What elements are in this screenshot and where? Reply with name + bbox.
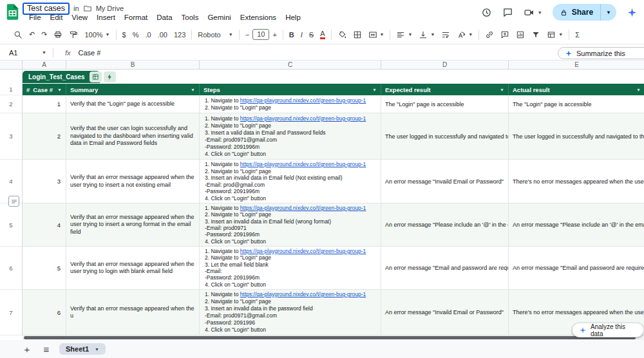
cell-actual-result[interactable]: An error message "Please include an '@' … <box>509 203 644 247</box>
all-sheets-button[interactable]: ≡ <box>40 344 53 355</box>
formula-input[interactable]: Case # <box>79 49 101 57</box>
cell-summary[interactable]: Verify that the user can login successfu… <box>66 113 200 160</box>
insert-chart-icon[interactable] <box>516 30 525 39</box>
sheet-tab-active[interactable]: Sheet1▼ <box>59 343 106 355</box>
insert-comment-icon[interactable] <box>500 30 509 39</box>
row-header-6[interactable]: 6 <box>0 247 22 290</box>
share-button[interactable]: Share ▼ <box>553 4 616 21</box>
step-link[interactable]: https://qa-playground.nixdev.co/t/green-… <box>240 115 366 122</box>
cell-case-number[interactable]: 2 <box>23 113 66 160</box>
fill-color-icon[interactable] <box>337 30 346 39</box>
step-link[interactable]: https://qa-playground.nixdev.co/t/green-… <box>240 161 366 167</box>
redo-button[interactable]: ↷ <box>38 29 50 40</box>
font-select[interactable]: Roboto▼ <box>194 30 236 40</box>
select-all-corner[interactable] <box>0 61 23 69</box>
create-filter-icon[interactable] <box>531 30 540 39</box>
italic-button[interactable]: I <box>298 30 306 40</box>
bold-button[interactable]: B <box>286 30 298 40</box>
menu-data[interactable]: Data <box>152 13 176 22</box>
column-header-B[interactable]: B <box>66 61 200 69</box>
analyze-data-button[interactable]: Analyze this data <box>572 323 644 337</box>
row-header-5[interactable]: 5 <box>0 203 22 247</box>
cell-steps[interactable]: 1. Navigate to https://qa-playground.nix… <box>200 113 381 160</box>
menu-view[interactable]: View <box>67 13 92 22</box>
add-sheet-button[interactable]: + <box>21 344 33 355</box>
undo-button[interactable]: ↶ <box>26 29 38 40</box>
row-header-3[interactable]: 3 <box>0 113 22 160</box>
cell-steps[interactable]: 1. Navigate to https://qa-playground.nix… <box>200 247 381 290</box>
menu-help[interactable]: Help <box>281 13 305 22</box>
meet-button[interactable]: ▼ <box>524 7 542 18</box>
functions-button[interactable]: Σ <box>572 30 583 40</box>
menu-extensions[interactable]: Extensions <box>236 13 281 22</box>
summarize-button[interactable]: Summarize this <box>558 47 644 59</box>
cell-case-number[interactable]: 4 <box>23 203 66 247</box>
name-box[interactable]: A1▼ <box>0 49 46 57</box>
decrease-font-size-button[interactable]: − <box>242 30 252 40</box>
table-header-case-[interactable]: #Case #▼ <box>23 84 66 95</box>
cell-expected-result[interactable]: The "Login" page is accessible <box>381 95 509 113</box>
decrease-decimal-button[interactable]: .0 <box>142 30 154 40</box>
share-dropdown[interactable]: ▼ <box>600 4 616 21</box>
cell-case-number[interactable]: 3 <box>23 160 66 203</box>
cell-case-number[interactable]: 1 <box>23 95 66 113</box>
table-views-button[interactable]: ▼ <box>544 29 566 41</box>
column-filter-chevron-icon[interactable]: ▼ <box>372 88 377 92</box>
merge-cells-icon[interactable] <box>368 30 377 39</box>
cell-summary[interactable]: Verify that an error message appeared wh… <box>66 160 200 203</box>
table-grid-button[interactable] <box>90 71 102 82</box>
step-link[interactable]: https://qa-playground.nixdev.co/t/green-… <box>240 205 366 211</box>
more-formats-button[interactable]: 123 <box>171 30 189 40</box>
cell-expected-result[interactable]: An error message "Please include an '@' … <box>381 203 509 247</box>
cell-summary[interactable]: Verify that the "Login" page is accessib… <box>66 95 200 113</box>
gemini-icon[interactable] <box>627 7 638 18</box>
column-header-D[interactable]: D <box>381 61 509 69</box>
format-currency-button[interactable]: $ <box>119 30 129 40</box>
table-name-chip[interactable]: Login_Test_Cases▼ <box>23 71 100 83</box>
cell-steps[interactable]: 1. Navigate to https://qa-playground.nix… <box>200 160 381 203</box>
menu-insert[interactable]: Insert <box>92 13 120 22</box>
cell-case-number[interactable]: 6 <box>23 290 66 335</box>
format-percent-button[interactable]: % <box>129 30 142 40</box>
row-header-1[interactable]: 1 <box>0 84 22 95</box>
table-quick-action-button[interactable] <box>104 71 116 82</box>
cell-summary[interactable]: Verify that an error message appeared wh… <box>66 247 200 290</box>
text-color-button[interactable]: A <box>320 30 325 39</box>
column-filter-chevron-icon[interactable]: ▼ <box>191 88 195 92</box>
menu-gemini[interactable]: Gemini <box>203 13 235 22</box>
column-filter-chevron-icon[interactable]: ▼ <box>500 88 504 92</box>
menu-tools[interactable]: Tools <box>177 13 204 22</box>
cell-steps[interactable]: 1. Navigate to https://qa-playground.nix… <box>200 95 381 113</box>
drive-location-link[interactable]: My Drive <box>96 5 124 12</box>
cell-summary[interactable]: Verify that an error message appeared wh… <box>66 290 200 335</box>
row-group-button[interactable] <box>8 196 19 207</box>
horizontal-align-button[interactable]: ▼ <box>393 29 415 41</box>
step-link[interactable]: https://qa-playground.nixdev.co/t/green-… <box>240 97 366 104</box>
column-header-E[interactable]: E <box>509 61 644 69</box>
menu-file[interactable]: File <box>24 13 46 22</box>
column-header-A[interactable]: A <box>23 61 66 69</box>
table-header-expected-result[interactable]: Expected result▼ <box>381 84 509 95</box>
cell-case-number[interactable]: 5 <box>23 247 66 290</box>
cell-actual-result[interactable]: An error message "Email and password are… <box>509 247 644 290</box>
cell-expected-result[interactable]: An error message "Invaild Email or Passw… <box>381 290 509 335</box>
horizontal-scrollbar-thumb[interactable] <box>24 336 636 339</box>
borders-icon[interactable] <box>353 30 362 39</box>
search-icon[interactable] <box>14 30 23 39</box>
step-link[interactable]: https://qa-playground.nixdev.co/t/green-… <box>240 248 366 254</box>
paint-format-icon[interactable] <box>69 30 78 39</box>
print-icon[interactable] <box>53 30 62 39</box>
column-filter-chevron-icon[interactable]: ▼ <box>636 88 641 92</box>
cell-steps[interactable]: 1. Navigate to https://qa-playground.nix… <box>200 290 381 335</box>
cell-actual-result[interactable]: The user logged in successfully and navi… <box>509 113 644 160</box>
text-rotation-button[interactable]: ▼ <box>453 29 476 41</box>
row-header-2[interactable]: 2 <box>0 95 22 113</box>
menu-format[interactable]: Format <box>120 13 152 22</box>
cell-actual-result[interactable]: There's no error messages appeared when … <box>509 160 644 203</box>
table-header-actual-result[interactable]: Actual result▼ <box>509 84 644 95</box>
comments-icon[interactable] <box>502 7 513 18</box>
column-filter-chevron-icon[interactable]: ▼ <box>57 88 62 92</box>
cell-actual-result[interactable]: The "Login" page is accessible <box>509 95 644 113</box>
increase-font-size-button[interactable]: + <box>269 30 279 40</box>
zoom-select[interactable]: 100%▼ <box>81 30 113 40</box>
